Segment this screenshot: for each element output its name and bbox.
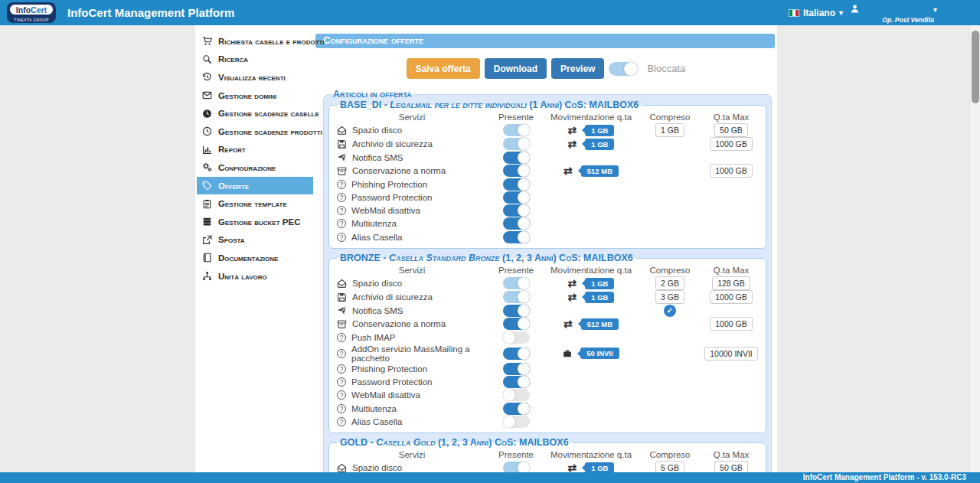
question-circle-icon: ?	[337, 364, 346, 374]
presente-toggle[interactable]	[503, 363, 530, 375]
clock-outline-icon	[202, 126, 212, 136]
service-row-notifica-sms: Notifica SMS✓	[335, 304, 760, 317]
offer-panel-title: GOLD - Casella Gold (1, 2, 3 Anni) CoS: …	[337, 437, 572, 448]
sidebar-item-gestione-bucket-pec[interactable]: Gestione bucket PEC	[197, 213, 313, 231]
qtamax-value[interactable]: 50 GB	[714, 461, 748, 472]
presente-toggle[interactable]	[503, 389, 530, 401]
sidebar-item-sposta[interactable]: Sposta	[197, 231, 313, 250]
tag-icon	[202, 181, 212, 191]
sidebar-item-documentazione[interactable]: Documentazione	[197, 249, 313, 267]
question-circle-icon: ?	[337, 377, 346, 387]
floppy-icon	[337, 139, 347, 149]
qtamax-value[interactable]: 10000 INVII	[704, 347, 757, 361]
question-circle-icon: ?	[337, 349, 346, 358]
service-row-archivio-di-sicurezza: Archivio di sicurezza⇄1 GB1000 GB	[335, 137, 760, 151]
sidebar-item-offerte[interactable]: Offerte	[197, 177, 313, 195]
presente-toggle[interactable]	[503, 231, 530, 243]
presente-toggle[interactable]	[503, 165, 530, 177]
service-label-cell: ?Phishing Protection	[335, 180, 488, 189]
exchange-icon: ⇄	[568, 279, 577, 288]
sidebar-item-gestione-scadenze-prodotti[interactable]: Gestione scadenze prodotti	[197, 122, 313, 141]
service-row-spazio-disco: Spazio disco⇄1 GB1 GB50 GB	[335, 123, 760, 137]
history-icon	[202, 72, 212, 82]
presente-toggle[interactable]	[503, 403, 530, 415]
inbox-icon	[337, 463, 347, 472]
inbox-icon	[337, 126, 347, 135]
service-label-cell: ?WebMail disattiva	[335, 390, 488, 400]
articles-section: Articoli in offerta BASE_DI - Legalmail …	[323, 89, 772, 472]
section-title: Articoli in offerta	[330, 89, 415, 100]
presente-toggle[interactable]	[503, 277, 530, 289]
logo-subtitle: TINEXTA GROUP	[7, 18, 56, 22]
service-label-cell: Conservazione a norma	[335, 319, 488, 329]
locked-toggle[interactable]	[609, 62, 638, 76]
service-label-cell: ?Password Protection	[335, 193, 488, 202]
sidebar-item-unit-lavoro[interactable]: Unità lavoro	[197, 267, 313, 286]
presente-toggle[interactable]	[503, 462, 530, 472]
service-label-cell: Notifica SMS	[335, 152, 488, 162]
qtamax-value[interactable]: 128 GB	[712, 276, 750, 290]
sidebar-item-richiesta-caselle-e-prodotti[interactable]: Richiesta caselle e prodotti	[197, 32, 313, 51]
presente-toggle[interactable]	[503, 178, 530, 191]
presente-toggle[interactable]	[503, 348, 530, 360]
sidebar-item-gestione-scadenze-caselle[interactable]: Gestione scadenze caselle	[197, 104, 313, 122]
service-label: Conservazione a norma	[352, 166, 446, 175]
language-selector[interactable]: Italiano ▾	[789, 0, 843, 25]
preview-button[interactable]: Preview	[551, 58, 604, 79]
table-header-row: ServiziPresenteMovimentazione q.taCompre…	[335, 263, 760, 276]
qtamax-value[interactable]: 50 GB	[714, 123, 748, 137]
italy-flag-icon	[789, 9, 799, 17]
sidebar-item-configurazione[interactable]: Configurazione	[197, 158, 313, 177]
compreso-value[interactable]: 2 GB	[655, 276, 684, 290]
presente-toggle[interactable]	[503, 124, 530, 136]
qtamax-value[interactable]: 1000 GB	[710, 137, 752, 151]
presente-toggle[interactable]	[503, 204, 530, 217]
qtamax-value[interactable]: 1000 GB	[710, 290, 752, 304]
vertical-scrollbar[interactable]	[969, 25, 980, 472]
col-servizi: Servizi	[335, 450, 488, 459]
offer-panel-gold: GOLD - Casella Gold (1, 2, 3 Anni) CoS: …	[328, 437, 766, 472]
presente-toggle[interactable]	[503, 291, 530, 303]
app-title: InfoCert Management Platform	[67, 6, 234, 19]
presente-toggle[interactable]	[503, 152, 530, 164]
save-offer-button[interactable]: Salva offerta	[407, 58, 480, 79]
compreso-value[interactable]: 5 GB	[655, 461, 684, 472]
user-menu[interactable]: ▾ Op. Post Vendita	[841, 0, 942, 25]
scrollbar-thumb[interactable]	[972, 31, 979, 103]
presente-toggle[interactable]	[503, 305, 530, 317]
presente-toggle[interactable]	[503, 376, 530, 388]
service-row-alias-casella: ?Alias Casella	[335, 230, 760, 243]
presente-toggle[interactable]	[503, 416, 530, 428]
presente-toggle[interactable]	[503, 217, 530, 230]
compreso-value[interactable]: 1 GB	[655, 123, 684, 137]
question-circle-icon: ?	[337, 390, 346, 400]
col-qtamax: Q.ta Max	[701, 113, 761, 122]
question-circle-icon: ?	[337, 333, 346, 342]
top-navbar: InfoCert TINEXTA GROUP InfoCert Manageme…	[0, 0, 980, 25]
presente-toggle[interactable]	[503, 331, 530, 344]
table-header-row: ServiziPresenteMovimentazione q.taCompre…	[335, 110, 760, 123]
col-qtamax: Q.ta Max	[701, 450, 761, 459]
download-button[interactable]: Download	[485, 58, 547, 79]
qtamax-value[interactable]: 1000 GB	[710, 317, 752, 331]
sidebar-item-gestione-template[interactable]: Gestione template	[197, 194, 313, 213]
presente-toggle[interactable]	[503, 318, 530, 330]
sidebar-item-label: Gestione template	[218, 199, 287, 208]
envelope-icon	[202, 90, 212, 100]
user-icon	[850, 3, 860, 17]
exchange-icon: ⇄	[568, 463, 577, 472]
sidebar: Richiesta caselle e prodottiRicercaVisua…	[197, 32, 313, 285]
exchange-icon: ⇄	[568, 126, 577, 135]
service-row-alias-casella: ?Alias Casella	[335, 415, 760, 428]
chevron-down-icon: ▾	[933, 5, 937, 14]
compreso-value[interactable]: 3 GB	[655, 290, 684, 304]
service-label: WebMail disattiva	[351, 206, 420, 215]
presente-toggle[interactable]	[503, 138, 530, 150]
service-row-spazio-disco: Spazio disco⇄1 GB2 GB128 GB	[335, 276, 760, 290]
sidebar-item-ricerca[interactable]: Ricerca	[197, 51, 313, 69]
sidebar-item-report[interactable]: Report	[197, 141, 313, 159]
presente-toggle[interactable]	[503, 191, 530, 204]
sidebar-item-gestione-domini[interactable]: Gestione domini	[197, 86, 313, 105]
sidebar-item-visualizza-recenti[interactable]: Visualizza recenti	[197, 68, 313, 86]
qtamax-value[interactable]: 1000 GB	[710, 164, 752, 178]
